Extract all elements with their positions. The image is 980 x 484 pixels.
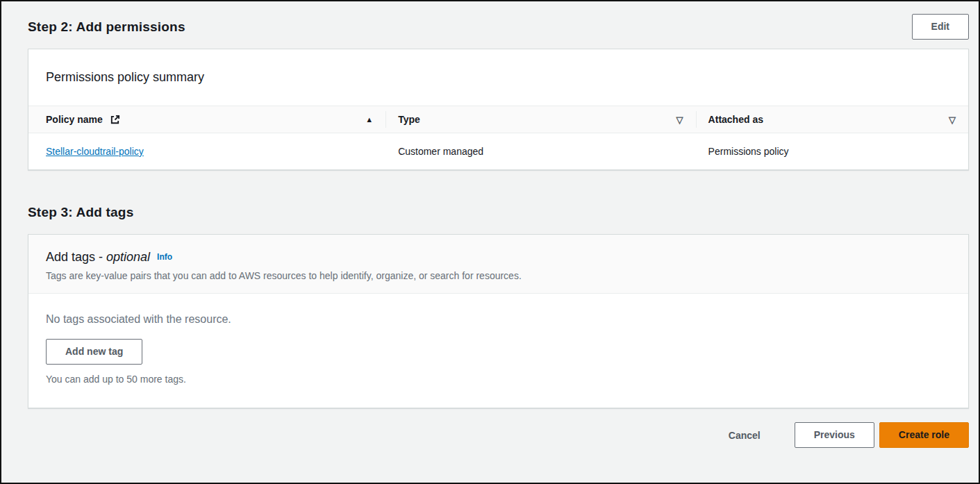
sort-icon: ▽ [676, 115, 683, 125]
sort-icon: ▽ [949, 115, 956, 125]
add-tags-panel: Add tags - optionalInfo Tags are key-val… [28, 234, 969, 408]
add-tags-description: Tags are key-value pairs that you can ad… [46, 270, 951, 281]
panel-title: Permissions policy summary [46, 70, 954, 85]
footer-actions: Cancel Previous Create role [28, 422, 969, 458]
column-label: Attached as [708, 114, 763, 125]
panel-header: Permissions policy summary [28, 49, 968, 106]
cell-attached-as: Permissions policy [696, 133, 968, 169]
policy-table-header: Policy name ▲ Type [28, 106, 968, 133]
add-tags-panel-body: No tags associated with the resource. Ad… [28, 294, 968, 408]
policy-name-link[interactable]: Stellar-cloudtrail-policy [46, 146, 144, 157]
step3-title: Step 3: Add tags [28, 205, 133, 220]
policy-table: Policy name ▲ Type [28, 106, 968, 169]
column-label: Type [398, 114, 420, 125]
column-header-policy-name[interactable]: Policy name ▲ [28, 106, 385, 133]
cell-type: Customer managed [385, 133, 695, 169]
add-tags-title: Add tags - optionalInfo [46, 250, 951, 265]
cancel-button[interactable]: Cancel [729, 430, 761, 441]
review-page: Step 2: Add permissions Edit Permissions… [0, 0, 980, 484]
no-tags-message: No tags associated with the resource. [46, 313, 951, 326]
permissions-policy-summary-panel: Permissions policy summary Policy name [28, 49, 969, 170]
policy-name-header-label-wrap: Policy name [46, 114, 120, 125]
add-new-tag-button[interactable]: Add new tag [46, 339, 142, 365]
sort-ascending-icon: ▲ [365, 115, 373, 124]
tags-remaining-hint: You can add up to 50 more tags. [46, 374, 951, 385]
create-role-button[interactable]: Create role [879, 422, 969, 448]
step2-header-row: Step 2: Add permissions Edit [28, 14, 969, 40]
add-tags-title-optional: optional [106, 250, 150, 264]
column-label: Policy name [46, 114, 103, 125]
step2-title: Step 2: Add permissions [28, 19, 185, 35]
column-header-type[interactable]: Type ▽ [385, 106, 695, 133]
previous-button[interactable]: Previous [795, 422, 874, 448]
edit-button[interactable]: Edit [912, 14, 969, 40]
add-tags-title-main: Add tags - [46, 250, 106, 264]
info-link[interactable]: Info [157, 252, 172, 262]
column-header-attached-as[interactable]: Attached as ▽ [696, 106, 968, 133]
external-link-icon [110, 115, 120, 125]
cell-policy-name: Stellar-cloudtrail-policy [28, 133, 385, 169]
content-area: Step 2: Add permissions Edit Permissions… [1, 1, 979, 458]
add-tags-panel-header: Add tags - optionalInfo Tags are key-val… [28, 235, 968, 294]
table-row: Stellar-cloudtrail-policy Customer manag… [28, 133, 968, 169]
step3-header-row: Step 3: Add tags [28, 205, 969, 220]
